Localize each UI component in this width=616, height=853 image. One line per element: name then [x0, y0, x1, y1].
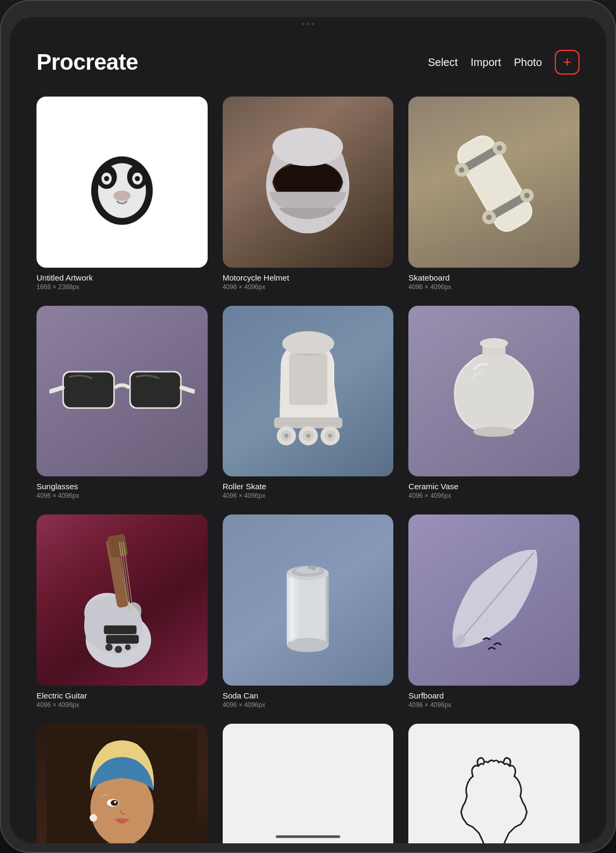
svg-point-45 [306, 433, 310, 438]
svg-point-11 [273, 128, 343, 166]
artwork-title: Motorcycle Helmet [223, 273, 394, 282]
artwork-item[interactable]: Surfboard 4096 × 4096px [408, 514, 580, 709]
svg-rect-71 [290, 576, 295, 642]
artwork-title: Soda Can [223, 691, 394, 700]
new-artwork-button[interactable]: + [555, 50, 580, 75]
artwork-thumbnail [408, 514, 580, 686]
svg-point-61 [105, 644, 113, 651]
panda-drawing [36, 97, 208, 268]
artwork-title: Skateboard [408, 273, 580, 282]
vase-drawing [430, 327, 558, 455]
svg-point-51 [473, 426, 514, 437]
svg-point-7 [135, 176, 140, 181]
svg-line-29 [181, 387, 193, 391]
artwork-item[interactable]: Untitled Artwork 1668 × 2388px [36, 97, 208, 291]
app-header: Procreate Select Import Photo + [10, 17, 606, 86]
svg-point-8 [113, 190, 130, 201]
artwork-thumbnail [408, 724, 580, 843]
plus-icon: + [563, 55, 571, 69]
artwork-thumbnail [36, 514, 208, 686]
import-button[interactable]: Import [471, 56, 501, 69]
svg-rect-60 [106, 635, 139, 644]
svg-point-63 [125, 644, 131, 650]
guitar-drawing [49, 527, 195, 673]
svg-point-6 [104, 176, 109, 181]
artwork-item[interactable]: Motorcycle Helmet 4096 × 4096px [223, 97, 394, 291]
artwork-item[interactable]: Electric Guitar 4096 × 4096px [36, 514, 208, 709]
artwork-dimensions: 4096 × 4096px [408, 492, 580, 499]
artwork-grid: Untitled Artwork 1668 × 2388px [10, 86, 606, 843]
photo-button[interactable]: Photo [514, 56, 542, 69]
rollerskate-drawing [240, 323, 377, 460]
app-title: Procreate [36, 49, 138, 75]
sodacan-drawing [248, 540, 368, 660]
svg-point-30 [282, 331, 334, 356]
select-button[interactable]: Select [428, 56, 458, 69]
artwork-title: Electric Guitar [36, 691, 208, 700]
artwork-item[interactable]: Ceramic Vase 4096 × 4096px [408, 306, 580, 500]
svg-point-79 [90, 814, 97, 822]
artwork-thumbnail [36, 724, 208, 843]
svg-rect-66 [326, 573, 329, 645]
artwork-item[interactable]: Skateboard 4096 × 4096px [408, 97, 580, 291]
artwork-title: Ceramic Vase [408, 482, 580, 491]
artwork-item[interactable]: Soda Can 4096 × 4096px [223, 514, 394, 709]
artwork-thumbnail [408, 306, 580, 477]
artwork-title: Surfboard [408, 691, 580, 700]
bear-outline-drawing [434, 724, 554, 843]
artwork-item[interactable]: Roller Skate 4096 × 4096px [223, 306, 394, 500]
artwork-title: Untitled Artwork [36, 273, 208, 282]
artwork-thumbnail [223, 724, 394, 843]
artwork-dimensions: 1668 × 2388px [36, 283, 208, 291]
artwork-item[interactable]: Untitled Artwork 2048 × 2048px [223, 724, 394, 843]
ipad-frame: Procreate Select Import Photo + [0, 0, 616, 853]
artwork-dimensions: 4096 × 4096px [408, 283, 580, 291]
artwork-title: Sunglasses [36, 482, 208, 491]
artwork-thumbnail [36, 306, 208, 477]
artwork-title: Roller Skate [223, 482, 394, 491]
artwork-item[interactable]: Sunglasses 4096 × 4096px [36, 306, 208, 500]
artwork-dimensions: 4096 × 4096px [36, 492, 208, 499]
svg-point-48 [328, 433, 332, 438]
home-indicator [276, 835, 340, 838]
artwork-dimensions: 4096 × 4096px [223, 492, 394, 499]
artwork-dimensions: 4096 × 4096px [408, 701, 580, 709]
artwork-thumbnail [408, 97, 580, 268]
helmet-drawing [244, 118, 372, 246]
svg-point-62 [115, 646, 122, 653]
camera-indicator [302, 23, 314, 25]
artwork-thumbnail [36, 97, 208, 268]
ipad-screen: Procreate Select Import Photo + [10, 17, 606, 843]
artwork-thumbnail [223, 306, 394, 477]
sunglasses-drawing [49, 319, 195, 464]
artwork-dimensions: 4096 × 4096px [223, 701, 394, 709]
svg-line-28 [51, 387, 63, 391]
artwork-dimensions: 4096 × 4096px [36, 701, 208, 709]
artwork-item[interactable]: Untitled Artwork 2048 × 2048px [36, 724, 208, 843]
svg-rect-59 [104, 626, 136, 634]
skateboard-drawing [426, 114, 562, 251]
artwork-item[interactable]: Untitled Artwork 2048 × 2048px [408, 724, 580, 843]
header-actions: Select Import Photo + [428, 50, 580, 75]
svg-point-50 [480, 338, 508, 348]
svg-point-42 [284, 433, 288, 438]
surfboard-drawing [421, 527, 567, 673]
artwork-dimensions: 4096 × 4096px [223, 283, 394, 291]
svg-point-78 [114, 801, 116, 803]
artwork-thumbnail [223, 97, 394, 268]
artwork-thumbnail [223, 514, 394, 686]
portrait-drawing [36, 729, 208, 843]
